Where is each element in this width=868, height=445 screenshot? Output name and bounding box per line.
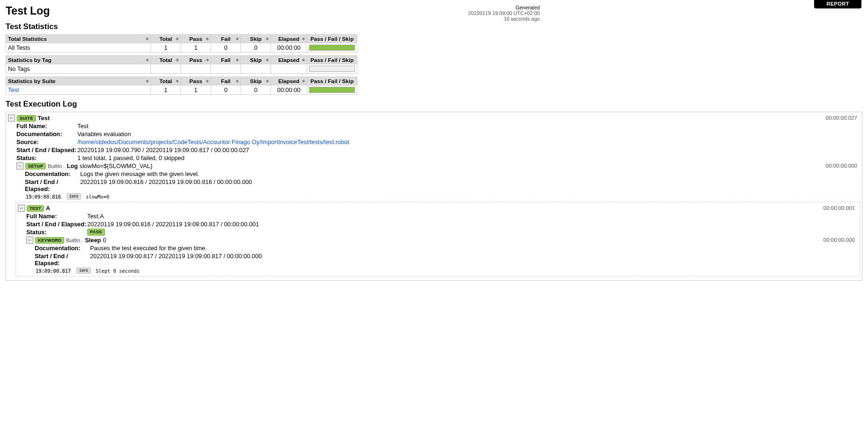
test-badge: TEST [27, 205, 44, 212]
stats-col-header[interactable]: Pass◆ [181, 35, 211, 43]
stats-area: Total Statistics◆Total◆Pass◆Fail◆Skip◆El… [6, 34, 862, 95]
sort-icon[interactable]: ◆ [146, 59, 149, 61]
stats-col-header[interactable]: Fail◆ [211, 77, 241, 85]
meta-key: Status: [16, 154, 77, 161]
stats-col-header[interactable]: Total◆ [151, 77, 181, 85]
stats-col-header[interactable]: Skip◆ [241, 56, 271, 64]
sort-icon[interactable]: ◆ [206, 80, 209, 82]
toggle-icon[interactable]: − [16, 162, 23, 169]
sort-icon[interactable]: ◆ [302, 38, 305, 39]
stats-num-cell: 0 [211, 43, 241, 53]
meta-key: Full Name: [16, 123, 77, 130]
stats-col-header[interactable]: Pass / Fail / Skip [307, 56, 357, 64]
meta-val: Variables evaluation [77, 130, 131, 138]
meta-val: 20220119 19:09:00.816 / 20220119 19:09:0… [87, 221, 259, 228]
stats-name-header[interactable]: Statistics by Tag◆ [6, 56, 151, 64]
meta-key: Start / End / Elapsed: [16, 146, 77, 153]
sort-icon[interactable]: ◆ [176, 80, 179, 82]
stats-name-cell: All Tests [6, 43, 151, 53]
suite-link[interactable]: Test [8, 86, 19, 93]
pass-fail-graph [309, 87, 355, 93]
stats-num-cell: 0 [211, 85, 241, 95]
stats-col-header[interactable]: Total◆ [151, 35, 181, 43]
stats-num-cell [241, 64, 271, 74]
stats-name-header[interactable]: Total Statistics◆ [6, 35, 151, 43]
kw-lib: BuiltIn . [48, 163, 65, 169]
status-badge: PASS [87, 229, 105, 236]
test-children: − TEST A 00:00:00.001 Full Name:Test.A S… [15, 202, 860, 276]
toggle-icon[interactable]: − [8, 115, 15, 122]
stats-num-cell: 1 [151, 43, 181, 53]
stats-name-header[interactable]: Statistics by Suite◆ [6, 77, 151, 85]
stats-col-header[interactable]: Pass / Fail / Skip [307, 77, 357, 85]
report-button[interactable]: REPORT [814, 0, 861, 8]
meta-val: Test.A [87, 213, 104, 220]
sort-icon[interactable]: ◆ [206, 59, 209, 61]
stats-col-header[interactable]: Skip◆ [241, 77, 271, 85]
generated-label: Generated [197, 5, 540, 10]
kw-name[interactable]: Sleep [85, 237, 101, 244]
stats-elapsed-cell: 00:00:00 [271, 85, 307, 95]
setup-row: − SETUP BuiltIn . Log slowMo=${SLOWMO_VA… [16, 162, 860, 200]
meta-val: 20220119 19:09:00.816 / 20220119 19:09:0… [80, 178, 252, 192]
meta-key: Start / End / Elapsed: [25, 178, 80, 192]
stats-num-cell [181, 64, 211, 74]
suite-name[interactable]: Test [38, 115, 50, 122]
stats-col-header[interactable]: Elapsed◆ [271, 56, 307, 64]
meta-val: Logs the given message with the given le… [80, 170, 199, 177]
keyword-row: − KEYWORD BuiltIn . Sleep 0 00:00:00.000… [26, 236, 858, 274]
suite-badge: SUITE [17, 115, 36, 122]
generated-info: Generated 20220119 19:09:00 UTC+02:00 16… [197, 5, 540, 22]
meta-val: 20220119 19:09:00.790 / 20220119 19:09:0… [77, 146, 249, 153]
meta-val: 1 test total, 1 passed, 0 failed, 0 skip… [77, 154, 184, 161]
test-name[interactable]: A [46, 205, 50, 212]
stats-col-header[interactable]: Total◆ [151, 56, 181, 64]
sort-icon[interactable]: ◆ [236, 38, 239, 39]
sort-icon[interactable]: ◆ [176, 38, 179, 39]
test-row: − TEST A 00:00:00.001 Full Name:Test.A S… [18, 204, 858, 274]
sort-icon[interactable]: ◆ [266, 59, 269, 61]
kw-args: 0 [103, 237, 106, 244]
stats-col-header[interactable]: Pass◆ [181, 56, 211, 64]
sort-icon[interactable]: ◆ [236, 59, 239, 61]
kw-name[interactable]: Log [67, 162, 77, 169]
meta-key: Documentation: [25, 170, 80, 177]
stats-col-header[interactable]: Elapsed◆ [271, 35, 307, 43]
stats-num-cell [151, 64, 181, 74]
sort-icon[interactable]: ◆ [206, 38, 209, 39]
stats-row: Test110000:00:00 [6, 85, 357, 95]
sort-icon[interactable]: ◆ [266, 80, 269, 82]
sort-icon[interactable]: ◆ [176, 59, 179, 61]
stats-col-header[interactable]: Fail◆ [211, 56, 241, 64]
stats-col-header[interactable]: Skip◆ [241, 35, 271, 43]
stats-num-cell: 0 [241, 85, 271, 95]
stats-elapsed-cell: 00:00:00 [271, 43, 307, 53]
stats-graph-cell [307, 64, 357, 74]
kw-args: slowMo=${SLOWMO_VAL} [80, 162, 152, 169]
stats-row: No Tags [6, 64, 357, 74]
suite-row: − SUITE Test 00:00:00.027 Full Name:Test… [8, 114, 860, 276]
suite-elapsed: 00:00:00.027 [826, 115, 857, 121]
sort-icon[interactable]: ◆ [236, 80, 239, 82]
toggle-icon[interactable]: − [18, 205, 25, 212]
stats-col-header[interactable]: Fail◆ [211, 35, 241, 43]
stats-table: Statistics by Suite◆Total◆Pass◆Fail◆Skip… [6, 77, 357, 95]
stats-col-header[interactable]: Pass / Fail / Skip [307, 35, 357, 43]
sort-icon[interactable]: ◆ [266, 38, 269, 39]
msg-text: slowMo=0 [86, 194, 109, 199]
msg-timestamp: 19:09:00.817 [35, 268, 72, 274]
sort-icon[interactable]: ◆ [302, 80, 305, 82]
source-link[interactable]: /home/stdedos/Documents/projects/CodeTes… [77, 138, 349, 146]
sort-icon[interactable]: ◆ [146, 80, 149, 82]
meta-key: Documentation: [16, 130, 77, 138]
stats-col-header[interactable]: Pass◆ [181, 77, 211, 85]
sort-icon[interactable]: ◆ [302, 59, 305, 61]
stats-num-cell: 1 [181, 85, 211, 95]
meta-val: 20220119 19:09:00.817 / 20220119 19:09:0… [90, 253, 262, 267]
stats-name-cell: No Tags [6, 64, 151, 74]
stats-num-cell: 1 [181, 43, 211, 53]
toggle-icon[interactable]: − [26, 237, 33, 244]
sort-icon[interactable]: ◆ [146, 38, 149, 39]
setup-badge: SETUP [25, 163, 46, 169]
stats-col-header[interactable]: Elapsed◆ [271, 77, 307, 85]
